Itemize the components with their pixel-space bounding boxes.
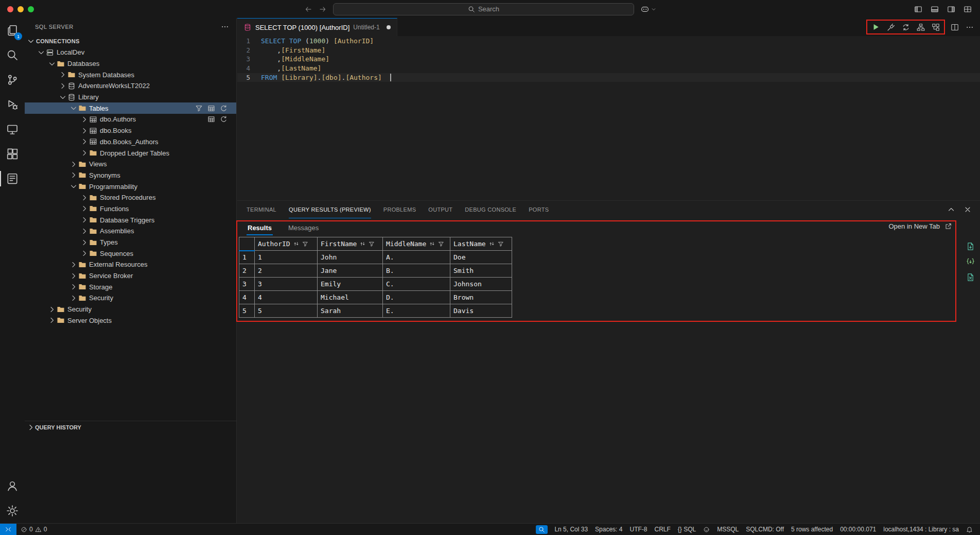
table-inline-button[interactable] (207, 105, 217, 112)
status-item-zoom[interactable] (536, 525, 548, 534)
tree-item-security[interactable]: Security (25, 292, 236, 304)
status-item-rows-affected[interactable]: 5 rows affected (787, 524, 836, 535)
activity-item-extensions[interactable] (0, 142, 25, 166)
tree-item-functions[interactable]: Functions (25, 203, 236, 215)
tree-item-dbo-books[interactable]: dbo.Books (25, 125, 236, 136)
activity-item-accounts[interactable] (0, 474, 25, 498)
tree-item-assemblies[interactable]: Assemblies (25, 226, 236, 237)
tree-item-localdev[interactable]: LocalDev (25, 47, 236, 58)
save-as-json-button[interactable] (966, 257, 975, 266)
open-in-new-tab-button[interactable]: Open in New Tab (889, 222, 953, 230)
grid-cell[interactable]: 3 (255, 278, 318, 291)
activity-item-search[interactable] (0, 43, 25, 67)
grid-row-number[interactable]: 5 (239, 304, 255, 318)
panel-tab-ports[interactable]: PORTS (529, 201, 549, 218)
maximize-panel-button[interactable] (947, 205, 955, 214)
activity-item-sql-server[interactable] (0, 166, 25, 191)
activity-item-remote-explorer[interactable] (0, 117, 25, 142)
change-connection-button[interactable] (902, 23, 910, 31)
navigate-back-button[interactable] (304, 5, 312, 13)
grid-cell[interactable]: Brown (450, 291, 512, 304)
grid-cell[interactable]: Michael (318, 291, 383, 304)
grid-cell[interactable]: Davis (450, 304, 512, 318)
remote-indicator[interactable] (0, 524, 16, 535)
command-center-search[interactable]: Search (333, 3, 634, 15)
tree-item-views[interactable]: Views (25, 159, 236, 170)
customize-layout-button[interactable] (964, 5, 972, 13)
query-history-section-header[interactable]: QUERY HISTORY (25, 421, 236, 433)
grid-row-number[interactable]: 4 (239, 291, 255, 304)
estimated-plan-button[interactable] (917, 23, 925, 31)
grid-cell[interactable]: A. (383, 251, 450, 264)
problems-status[interactable]: 0 0 (16, 526, 51, 533)
editor-tab-untitled-1[interactable]: SELECT TOP (1000) [AuthorID] Untitled-1 (237, 18, 397, 36)
save-as-excel-button[interactable] (966, 273, 975, 282)
grid-row-number[interactable]: 3 (239, 278, 255, 291)
grid-row-number[interactable]: 2 (239, 264, 255, 278)
actual-plan-button[interactable] (932, 23, 940, 31)
split-editor-button[interactable] (951, 23, 959, 31)
tree-item-sequences[interactable]: Sequences (25, 248, 236, 259)
grid-cell[interactable]: Smith (450, 264, 512, 278)
tree-item-server-objects[interactable]: Server Objects (25, 315, 236, 326)
grid-column-header-authorid[interactable]: AuthorID (255, 237, 318, 251)
panel-tab-problems[interactable]: PROBLEMS (383, 201, 416, 218)
code-editor[interactable]: 1SELECT TOP (1000) [AuthorID]2 ,[FirstNa… (237, 36, 980, 200)
tree-item-system-databases[interactable]: System Databases (25, 69, 236, 80)
copilot-menu-button[interactable] (640, 5, 656, 14)
status-item-provider[interactable]: MSSQL (713, 524, 742, 535)
grid-cell[interactable]: D. (383, 291, 450, 304)
grid-cell[interactable]: E. (383, 304, 450, 318)
panel-tab-output[interactable]: OUTPUT (428, 201, 452, 218)
status-item-encoding[interactable]: UTF-8 (626, 524, 651, 535)
tree-item-databases[interactable]: Databases (25, 58, 236, 70)
grid-cell[interactable]: B. (383, 264, 450, 278)
activity-item-manage[interactable] (0, 498, 25, 523)
results-tab-messages[interactable]: Messages (287, 220, 320, 235)
tree-item-programmability[interactable]: Programmability (25, 181, 236, 192)
tree-item-stored-procedures[interactable]: Stored Procedures (25, 192, 236, 203)
sidebar-more-actions-button[interactable] (221, 23, 229, 31)
status-item-language-mode[interactable]: {} SQL (674, 524, 699, 535)
panel-tab-query-results-preview[interactable]: QUERY RESULTS (PREVIEW) (289, 201, 371, 218)
grid-cell[interactable]: 1 (255, 251, 318, 264)
panel-tab-terminal[interactable]: TERMINAL (247, 201, 276, 218)
more-actions-button[interactable] (966, 23, 974, 31)
grid-cell[interactable]: Emily (318, 278, 383, 291)
close-window-button[interactable] (7, 6, 13, 12)
tree-item-dbo-books-authors[interactable]: dbo.Books_Authors (25, 136, 236, 148)
grid-cell[interactable]: 5 (255, 304, 318, 318)
grid-cell[interactable]: C. (383, 278, 450, 291)
tree-item-dbo-authors[interactable]: dbo.Authors (25, 114, 236, 125)
status-item-indentation[interactable]: Spaces: 4 (591, 524, 626, 535)
status-item-cursor-position[interactable]: Ln 5, Col 33 (551, 524, 591, 535)
status-item-sqlcmd[interactable]: SQLCMD: Off (742, 524, 787, 535)
refresh-inline-button[interactable] (220, 115, 229, 123)
tree-item-tables[interactable]: Tables (25, 102, 236, 114)
grid-row-number[interactable]: 1 (239, 251, 255, 264)
toggle-secondary-sidebar-button[interactable] (947, 5, 955, 13)
activity-item-source-control[interactable] (0, 67, 25, 92)
status-item-notifications[interactable] (962, 524, 976, 535)
close-panel-button[interactable] (964, 205, 972, 214)
tree-item-external-resources[interactable]: External Resources (25, 259, 236, 270)
grid-cell[interactable]: Jane (318, 264, 383, 278)
grid-cell[interactable]: Doe (450, 251, 512, 264)
grid-cell[interactable]: Sarah (318, 304, 383, 318)
filter-inline-button[interactable] (195, 105, 204, 112)
table-inline-button[interactable] (207, 115, 217, 123)
tree-item-synonyms[interactable]: Synonyms (25, 170, 236, 181)
tree-item-storage[interactable]: Storage (25, 281, 236, 292)
tree-item-database-triggers[interactable]: Database Triggers (25, 214, 236, 226)
status-item-elapsed-time[interactable]: 00:00:00.071 (836, 524, 880, 535)
grid-cell[interactable]: 4 (255, 291, 318, 304)
grid-cell[interactable]: Johnson (450, 278, 512, 291)
save-as-csv-button[interactable] (966, 242, 975, 251)
connections-section-header[interactable]: CONNECTIONS (25, 36, 236, 47)
tree-item-security[interactable]: Security (25, 304, 236, 315)
zoom-window-button[interactable] (28, 6, 34, 12)
results-tab-results[interactable]: Results (247, 220, 273, 235)
grid-column-header-middlename[interactable]: MiddleName (383, 237, 450, 251)
tree-item-types[interactable]: Types (25, 237, 236, 248)
status-item-connection[interactable]: localhost,1434 : Library : sa (880, 524, 962, 535)
